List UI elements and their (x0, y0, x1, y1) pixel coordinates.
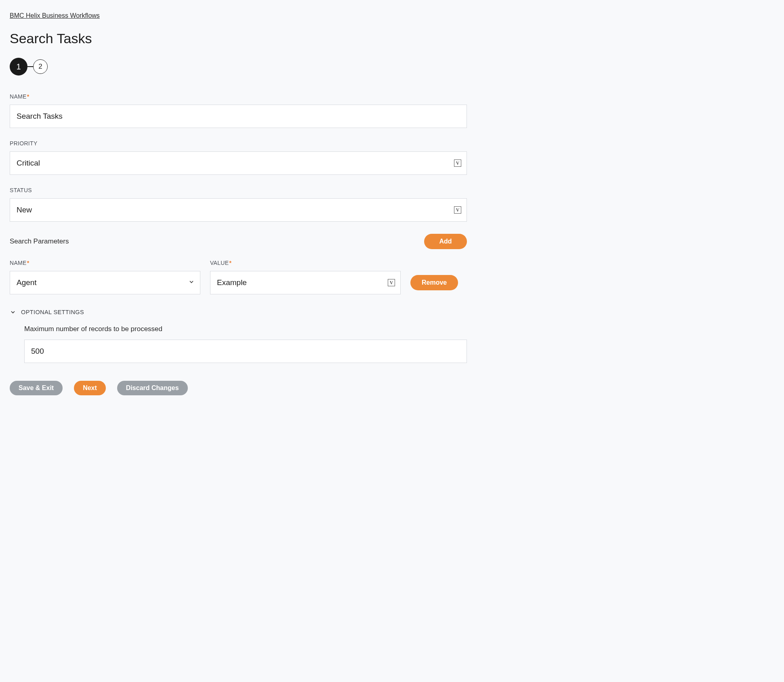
chevron-down-icon (10, 309, 16, 315)
field-name: NAME* (10, 93, 467, 128)
required-mark: * (27, 260, 29, 266)
field-priority: PRIORITY V (10, 140, 467, 175)
footer-actions: Save & Exit Next Discard Changes (10, 381, 467, 395)
optional-settings-toggle[interactable]: OPTIONAL SETTINGS (10, 309, 467, 315)
param-name-label-text: NAME (10, 260, 27, 266)
param-value-label-text: VALUE (210, 260, 229, 266)
page-title: Search Tasks (10, 31, 467, 46)
variable-icon[interactable]: V (388, 279, 395, 286)
param-value-label: VALUE* (210, 260, 401, 266)
status-label: STATUS (10, 187, 467, 193)
max-records-input[interactable] (24, 340, 467, 363)
priority-label: PRIORITY (10, 140, 467, 147)
breadcrumb-link[interactable]: BMC Helix Business Workflows (10, 12, 100, 19)
next-button[interactable]: Next (74, 381, 106, 395)
search-param-row: NAME* VALUE* V Remove (10, 260, 467, 294)
name-label-text: NAME (10, 93, 27, 100)
step-indicator: 1 2 (10, 58, 467, 76)
chevron-down-icon[interactable] (188, 279, 195, 287)
discard-button[interactable]: Discard Changes (117, 381, 188, 395)
param-name-label: NAME* (10, 260, 200, 266)
param-name-select[interactable] (10, 271, 200, 294)
name-input[interactable] (10, 105, 467, 128)
search-params-header: Search Parameters (10, 237, 69, 246)
optional-settings-body: Maximum number of records to be processe… (10, 325, 467, 363)
search-params-header-row: Search Parameters Add (10, 234, 467, 249)
save-exit-button[interactable]: Save & Exit (10, 381, 63, 395)
optional-settings-label: OPTIONAL SETTINGS (21, 309, 84, 315)
param-value-input[interactable] (210, 271, 401, 294)
add-button[interactable]: Add (424, 234, 467, 249)
field-status: STATUS V (10, 187, 467, 222)
required-mark: * (27, 93, 29, 100)
required-mark: * (229, 260, 231, 266)
step-2[interactable]: 2 (33, 59, 48, 74)
remove-button[interactable]: Remove (410, 275, 458, 290)
priority-input[interactable] (10, 151, 467, 175)
status-input[interactable] (10, 198, 467, 222)
max-records-label: Maximum number of records to be processe… (24, 325, 467, 333)
step-connector (27, 66, 33, 67)
step-1[interactable]: 1 (10, 58, 27, 76)
variable-icon[interactable]: V (454, 206, 461, 214)
name-label: NAME* (10, 93, 467, 100)
variable-icon[interactable]: V (454, 159, 461, 167)
